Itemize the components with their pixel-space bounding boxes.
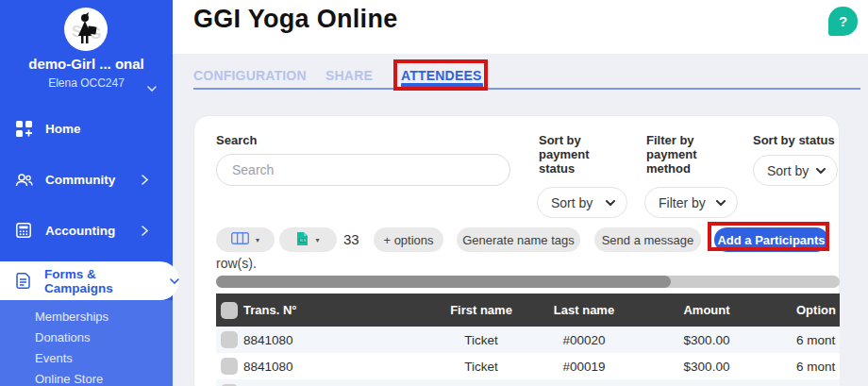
attendees-panel: Search Sort by payment status Sort by Fi… <box>193 115 840 386</box>
rows-suffix: row(s). <box>216 256 257 271</box>
row-checkbox[interactable] <box>221 358 238 375</box>
org-name: demo-Girl ... onal <box>0 56 173 72</box>
svg-text:XLS: XLS <box>300 239 307 243</box>
send-message-button[interactable]: Send a message <box>594 227 701 252</box>
document-icon <box>14 273 32 289</box>
tab-attendees[interactable]: ATTENDEES <box>401 68 482 83</box>
select-all-checkbox[interactable] <box>221 302 238 319</box>
chevron-down-icon <box>716 200 726 206</box>
caret-down-icon: ▾ <box>315 236 319 244</box>
sidebar-item-forms-campaigns[interactable]: Forms & Campaigns <box>0 261 179 300</box>
tab-share[interactable]: SHARE <box>326 68 373 83</box>
column-header-last-name[interactable]: Last name <box>527 303 641 317</box>
chevron-right-icon <box>142 225 148 239</box>
tab-divider <box>193 88 860 90</box>
sidebar-subitem-donations[interactable]: Donations <box>0 327 173 348</box>
xls-file-icon: XLS <box>296 231 309 249</box>
sidebar-item-label: Community <box>45 173 115 187</box>
column-header-first-name[interactable]: First name <box>435 303 527 317</box>
table-header-row: Trans. N° First name Last name Amount Op… <box>216 294 840 327</box>
main-content: GGI Yoga Online ? CONFIGURATION SHARE AT… <box>173 0 868 386</box>
columns-toggle-button[interactable]: ▾ <box>216 227 275 252</box>
table-row[interactable]: 8841080 Ticket #00019 $300.00 6 mont <box>216 353 840 379</box>
export-button[interactable]: XLS ▾ <box>279 227 337 252</box>
tab-configuration[interactable]: CONFIGURATION <box>193 68 307 83</box>
sidebar-submenu: Memberships Donations Events Online Stor… <box>0 300 173 386</box>
sidebar: S G demo-Girl ... onal Elena OCC247 <box>0 0 173 386</box>
sidebar-item-home[interactable]: Home <box>0 115 173 142</box>
caret-down-icon: ▾ <box>256 236 259 244</box>
sidebar-item-label: Accounting <box>45 224 115 238</box>
girl-silhouette-icon: S G <box>64 8 108 51</box>
column-header-trans[interactable]: Trans. N° <box>239 303 435 317</box>
calculator-icon <box>14 223 33 238</box>
add-participants-button[interactable]: Add a Participants <box>714 227 828 252</box>
sidebar-subitem-online-store[interactable]: Online Store <box>0 369 173 386</box>
sidebar-item-accounting[interactable]: Accounting <box>0 217 173 243</box>
attendees-table: Trans. N° First name Last name Amount Op… <box>216 294 840 386</box>
app-window: S G demo-Girl ... onal Elena OCC247 <box>0 0 868 386</box>
row-checkbox[interactable] <box>221 331 238 348</box>
table-row[interactable] <box>216 379 840 386</box>
chevron-down-icon <box>170 278 179 284</box>
column-header-amount[interactable]: Amount <box>641 303 773 317</box>
filter-method-select[interactable]: Filter by <box>644 187 738 218</box>
help-button[interactable]: ? <box>828 7 858 36</box>
active-tab-underline <box>401 83 483 88</box>
sidebar-item-label: Forms & Campaigns <box>44 267 162 295</box>
horizontal-scrollbar[interactable] <box>216 276 840 288</box>
column-header-option[interactable]: Option <box>773 303 840 317</box>
sidebar-subitem-events[interactable]: Events <box>0 348 173 369</box>
sidebar-subitem-memberships[interactable]: Memberships <box>0 307 173 327</box>
chevron-down-icon[interactable] <box>147 78 157 95</box>
search-label: Search <box>216 133 257 147</box>
table-columns-icon <box>231 232 249 247</box>
sort-payment-label: Sort by payment status <box>539 133 610 176</box>
chevron-down-icon <box>816 168 826 174</box>
generate-name-tags-button[interactable]: Generate name tags <box>457 227 580 252</box>
chevron-down-icon <box>606 200 615 206</box>
sort-payment-select[interactable]: Sort by <box>537 187 627 218</box>
page-title: GGI Yoga Online <box>193 5 398 34</box>
options-button[interactable]: + options <box>374 227 443 252</box>
row-count: 33 <box>343 231 359 247</box>
sort-status-label: Sort by status <box>753 133 835 147</box>
org-logo[interactable]: S G <box>64 8 108 51</box>
sidebar-item-label: Home <box>45 122 81 136</box>
filter-method-label: Filter by payment method <box>646 133 718 176</box>
table-row[interactable]: 8841080 Ticket #00020 $300.00 6 mont <box>216 327 840 353</box>
scrollbar-thumb[interactable] <box>216 276 671 288</box>
search-input[interactable] <box>216 154 510 186</box>
chevron-right-icon <box>142 174 148 188</box>
people-icon <box>14 173 33 187</box>
tab-bar: CONFIGURATION SHARE ATTENDEES <box>173 54 868 97</box>
sidebar-item-community[interactable]: Community <box>0 166 173 193</box>
sort-status-select[interactable]: Sort by <box>753 155 838 186</box>
dashboard-icon <box>14 121 33 137</box>
